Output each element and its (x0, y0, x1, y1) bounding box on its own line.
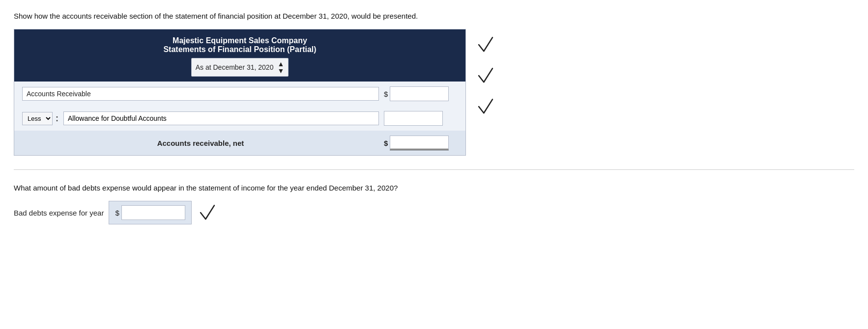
table-header: Majestic Equipment Sales Company Stateme… (14, 29, 465, 82)
less-dropdown[interactable]: Less Add (22, 112, 53, 125)
net-label: Accounts receivable, net (22, 136, 379, 150)
statement-name: Statements of Financial Position (Partia… (19, 45, 461, 54)
allowance-label-wrapper (63, 111, 379, 125)
allowance-amount-cell (384, 111, 458, 126)
instruction-text-1: Show how the accounts receivable section… (14, 12, 854, 20)
allowance-row: Less Add : (14, 106, 465, 131)
bad-debts-input-wrapper: $ (109, 201, 191, 224)
bad-debts-row: Bad debts expense for year $ (14, 201, 854, 224)
allowance-dropdown-wrapper: Less Add : (22, 112, 58, 125)
accounts-receivable-amount-input[interactable] (390, 86, 449, 101)
accounts-receivable-label-wrapper (22, 87, 379, 101)
financial-table: Majestic Equipment Sales Company Stateme… (14, 29, 466, 156)
net-row: Accounts receivable, net $ (14, 131, 465, 155)
net-amount-cell: $ (384, 136, 458, 150)
net-dollar: $ (384, 139, 388, 147)
checkmark-column (466, 29, 496, 122)
bad-debts-label: Bad debts expense for year (14, 209, 104, 217)
financial-table-wrapper: Majestic Equipment Sales Company Stateme… (14, 29, 854, 156)
checkmark-2-icon (475, 65, 496, 86)
allowance-label-input[interactable] (63, 111, 379, 125)
checkmark-1-icon (475, 34, 496, 55)
net-amount-input[interactable] (390, 136, 449, 150)
table-body: $ Less Add : (14, 82, 465, 155)
bad-debts-amount-input[interactable] (121, 205, 185, 220)
date-arrows-icon[interactable]: ▲ ▼ (277, 60, 284, 74)
instruction-text-2: What amount of bad debts expense would a… (14, 184, 854, 192)
checkmark-bad-debts-icon (197, 202, 218, 223)
accounts-receivable-dollar: $ (384, 90, 388, 98)
checkmark-3-icon (475, 96, 496, 117)
date-select-wrapper[interactable]: As at December 31, 2020 ▲ ▼ (191, 58, 289, 77)
date-label: As at December 31, 2020 (196, 63, 274, 71)
accounts-receivable-row: $ (14, 82, 465, 106)
company-name: Majestic Equipment Sales Company (19, 36, 461, 45)
allowance-amount-input[interactable] (384, 111, 443, 126)
bad-debts-dollar: $ (115, 209, 119, 217)
accounts-receivable-input[interactable] (22, 87, 379, 101)
accounts-receivable-amount-cell: $ (384, 86, 458, 101)
date-row: As at December 31, 2020 ▲ ▼ (19, 58, 461, 77)
section-divider (14, 169, 854, 170)
colon: : (56, 113, 58, 124)
net-label-wrapper: Accounts receivable, net (22, 136, 379, 150)
